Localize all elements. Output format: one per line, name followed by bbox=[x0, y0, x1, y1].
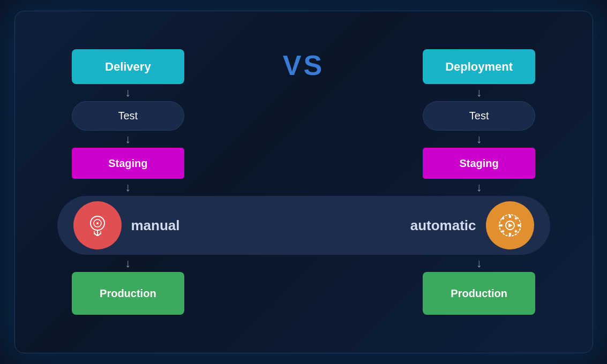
test-box-right: Test bbox=[423, 101, 535, 131]
delivery-box: Delivery bbox=[72, 49, 184, 84]
deployment-box: Deployment bbox=[423, 49, 535, 84]
left-production-col: ↓ Production bbox=[72, 255, 184, 315]
arrow-4-right: ↓ bbox=[476, 255, 482, 272]
test-label-left: Test bbox=[118, 110, 138, 122]
left-column: Delivery ↓ Test ↓ Staging ↓ bbox=[72, 49, 184, 196]
arrow-2-left: ↓ bbox=[125, 131, 131, 148]
approval-band: manual automatic bbox=[57, 196, 550, 255]
arrow-3-right: ↓ bbox=[476, 179, 482, 196]
gear-icon bbox=[496, 211, 524, 240]
arrow-1-right: ↓ bbox=[476, 84, 482, 101]
automatic-circle bbox=[486, 201, 534, 249]
svg-rect-14 bbox=[514, 230, 518, 233]
svg-rect-10 bbox=[509, 233, 511, 236]
vs-label: VS bbox=[283, 49, 324, 81]
staging-label-right: Staging bbox=[459, 157, 498, 170]
svg-marker-8 bbox=[508, 223, 513, 228]
right-column: Deployment ↓ Test ↓ Staging ↓ bbox=[423, 49, 535, 196]
right-production-col: ↓ Production bbox=[423, 255, 535, 315]
production-box-right: Production bbox=[423, 272, 535, 315]
full-layout: Delivery ↓ Test ↓ Staging ↓ VS bbox=[15, 11, 593, 353]
test-label-right: Test bbox=[469, 110, 489, 122]
production-label-right: Production bbox=[451, 287, 507, 300]
staging-label-left: Staging bbox=[108, 157, 147, 170]
svg-rect-9 bbox=[509, 215, 511, 218]
arrow-2-right: ↓ bbox=[476, 131, 482, 148]
svg-rect-11 bbox=[500, 224, 503, 226]
top-row: Delivery ↓ Test ↓ Staging ↓ VS bbox=[36, 49, 571, 196]
manual-section: manual bbox=[73, 201, 180, 249]
vs-section: VS bbox=[255, 49, 351, 81]
svg-point-2 bbox=[96, 222, 99, 224]
manual-label: manual bbox=[131, 217, 180, 234]
main-container: Delivery ↓ Test ↓ Staging ↓ VS bbox=[14, 11, 593, 353]
svg-rect-15 bbox=[514, 217, 518, 220]
automatic-section: automatic bbox=[410, 201, 534, 249]
arrow-1-left: ↓ bbox=[125, 84, 131, 101]
svg-rect-12 bbox=[518, 224, 520, 226]
staging-box-left: Staging bbox=[72, 148, 184, 179]
deployment-label: Deployment bbox=[445, 60, 513, 74]
arrow-3-left: ↓ bbox=[125, 179, 131, 196]
bottom-row: ↓ Production ↓ Production bbox=[36, 255, 571, 315]
test-box-left: Test bbox=[72, 101, 184, 131]
svg-rect-13 bbox=[501, 217, 505, 220]
touch-icon bbox=[83, 211, 112, 240]
production-box-left: Production bbox=[72, 272, 184, 315]
delivery-label: Delivery bbox=[105, 60, 151, 74]
production-label-left: Production bbox=[100, 287, 156, 300]
arrow-4-left: ↓ bbox=[125, 255, 131, 272]
manual-circle bbox=[73, 201, 122, 249]
automatic-label: automatic bbox=[410, 217, 476, 234]
staging-box-right: Staging bbox=[423, 148, 535, 179]
